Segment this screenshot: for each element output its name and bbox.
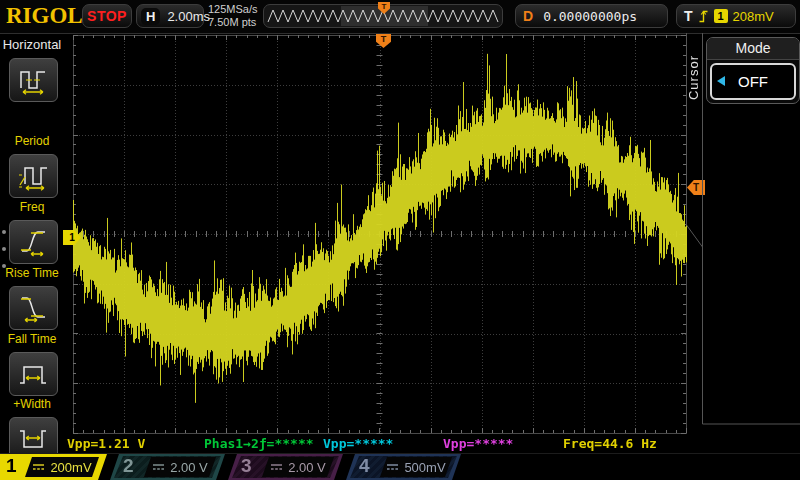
top-status-bar: RIGOL STOP H 2.00ms 125MSa/s 7.50M pts T… [0,0,800,34]
delay-box: D 0.00000000ps [515,4,668,28]
oscilloscope-screen: RIGOL STOP H 2.00ms 125MSa/s 7.50M pts T… [0,0,800,480]
plus-width-icon [17,359,51,389]
channel-2-block[interactable]: 2 2.00 V [110,454,225,480]
measure-label-plus-width: +Width [0,397,64,411]
menu-page-dots [2,230,6,268]
timebase-value: 2.00ms [167,9,210,24]
delay-label: D [523,8,533,24]
left-arrow-icon [717,76,725,86]
channel-4-scale-box: 500mV [380,457,452,477]
measure-button-period[interactable] [9,58,58,102]
acquisition-info: 125MSa/s 7.50M pts [208,3,258,29]
cursor-menu-panel: Cursor Mode OFF [684,33,800,453]
measurement-freq: Freq=44.6 Hz [563,436,657,451]
measure-button-plus-width[interactable] [9,352,58,396]
channel-2-scale: 2.00 V [170,460,208,475]
measure-button-fall-time[interactable] [9,286,58,330]
graticule-area: T 1 T [64,33,690,435]
measure-button-freq[interactable] [9,154,58,198]
channel-4-block[interactable]: 4 500mV [346,454,461,480]
cursor-mode-value: OFF [738,73,768,90]
period-icon [17,65,51,95]
mode-section-title: Mode [707,38,799,60]
channel-1-scale-box: 200mV [25,457,99,477]
run-stop-indicator[interactable]: STOP [82,4,132,28]
measurement-vpp3: Vpp=***** [443,436,513,451]
dc-coupling-icon [386,462,399,472]
channel-2-number: 2 [123,455,134,477]
measurement-vpp1: Vpp=1.21 V [67,436,145,451]
delay-value: 0.00000000ps [543,9,637,24]
measure-label-freq: Freq [0,200,64,214]
rigol-logo: RIGOL [6,3,83,29]
channel-3-block[interactable]: 3 2.00 V [228,454,343,480]
trigger-label: T [684,8,693,24]
cursor-tab-label: Cursor [686,55,701,100]
channel-1-number: 1 [6,455,17,477]
sample-rate: 125MSa/s [208,3,258,16]
measurement-phase: Phas1→2ƒ=***** [204,436,314,451]
measure-label-fall-time: Fall Time [0,332,64,346]
trigger-info-box[interactable]: T 1 208mV [676,4,796,28]
channel-4-number: 4 [359,455,370,477]
trigger-source-badge: 1 [714,9,728,23]
rise-time-icon [17,227,51,257]
measurement-vpp2: Vpp=***** [323,436,393,451]
channel-2-scale-box: 2.00 V [144,457,216,477]
horizontal-label: H [141,8,160,25]
channel-4-scale: 500mV [404,460,445,475]
channel-3-number: 3 [241,455,252,477]
channel-3-scale-box: 2.00 V [262,457,334,477]
measure-menu-title: Horizontal [0,34,64,52]
measure-label-rise-time: Rise Time [0,266,64,280]
channel-1-scale: 200mV [50,460,91,475]
measure-label-period: Period [0,134,64,148]
minus-width-icon [17,424,51,454]
dc-coupling-icon [152,462,165,472]
measure-button-rise-time[interactable] [9,220,58,264]
dc-coupling-icon [270,462,283,472]
measurement-bar: Vpp=1.21 V Phas1→2ƒ=***** Vpp=***** Vpp=… [64,436,800,453]
rising-edge-icon [698,9,709,24]
mode-panel: Mode OFF [706,37,800,104]
channel-status-bar: 1 200mV 2 2.00 V [0,453,800,480]
timebase-box[interactable]: H 2.00ms [136,4,204,28]
fall-time-icon [17,293,51,323]
channel-3-scale: 2.00 V [288,460,326,475]
dc-coupling-icon [32,462,45,472]
trigger-level-value: 208mV [733,9,774,24]
channel-1-block[interactable]: 1 200mV [0,454,107,480]
waveform-preview-strip[interactable]: T [263,4,503,28]
memory-depth: 7.50M pts [208,16,258,29]
waveform-canvas [64,33,690,435]
measure-menu: Horizontal Period Freq [0,34,64,453]
freq-icon [17,161,51,191]
cursor-mode-button[interactable]: OFF [710,63,796,100]
